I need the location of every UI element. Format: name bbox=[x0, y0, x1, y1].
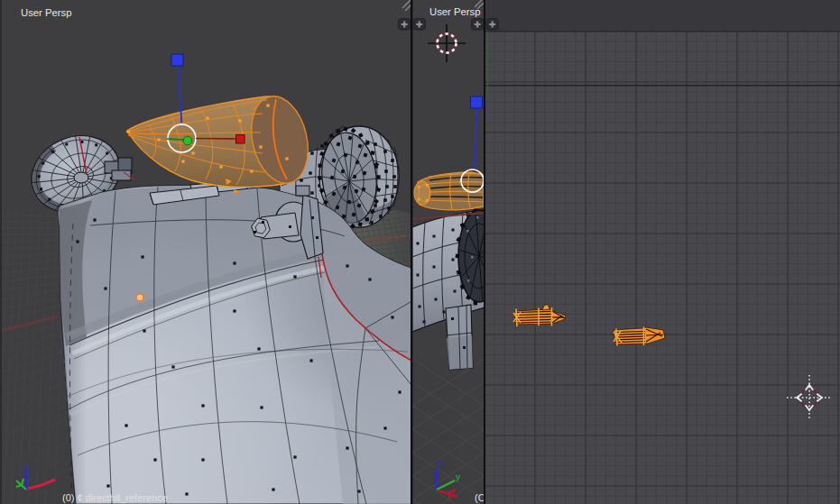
svg-text:z: z bbox=[26, 458, 31, 467]
svg-text:y: y bbox=[456, 472, 460, 481]
svg-text:(0) ¢ directhit_reference: (0) ¢ directhit_reference bbox=[62, 492, 168, 503]
svg-text:User Persp: User Persp bbox=[429, 6, 481, 17]
svg-text:(C: (C bbox=[475, 492, 485, 503]
svg-text:User Persp: User Persp bbox=[21, 7, 72, 18]
svg-text:z: z bbox=[438, 459, 442, 468]
